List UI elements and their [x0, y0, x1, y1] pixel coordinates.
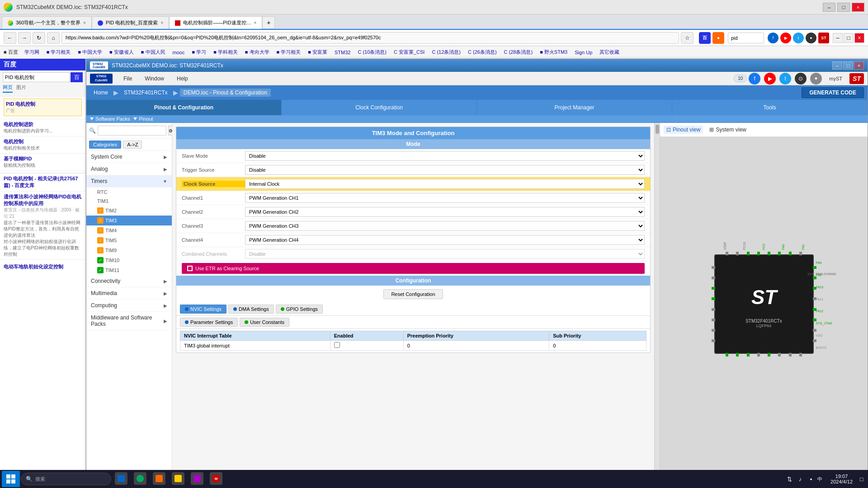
tab-pinout-config[interactable]: Pinout & Configuration	[86, 100, 282, 115]
sidebar-item-middleware[interactable]: Middleware and Software Packs ▶	[86, 312, 172, 330]
reset-configuration-button[interactable]: Reset Configuration	[383, 289, 443, 299]
sidebar-sub-tim9[interactable]: ! TIM9	[86, 245, 172, 255]
sidebar-sub-tim10[interactable]: ✓ TIM10	[86, 255, 172, 265]
bookmark-3[interactable]: ■ 安徽省人	[107, 48, 137, 56]
bookmark-17[interactable]: ■ 野火STM3	[537, 48, 570, 56]
filter-categories-button[interactable]: Categories	[89, 141, 121, 149]
sidebar-sub-tim11[interactable]: ✓ TIM11	[86, 265, 172, 275]
baidu-search-input[interactable]	[3, 72, 70, 82]
bookmark-14[interactable]: C (12条消息)	[429, 48, 463, 56]
bookmark-15[interactable]: C (26条消息)	[465, 48, 500, 56]
nvic-settings-tab[interactable]: NVIC Settings	[180, 305, 226, 314]
bookmark-13[interactable]: C 安富莱_CSI	[391, 48, 427, 56]
bookmark-8[interactable]: ■ 考向大学	[242, 48, 272, 56]
taskbar-volume-icon[interactable]: ♪	[796, 474, 805, 483]
taskbar-app-1[interactable]	[131, 471, 149, 487]
my-st-button[interactable]: myST	[824, 74, 848, 83]
refresh-button[interactable]: ↻	[33, 32, 45, 44]
home-button[interactable]: ⌂	[47, 32, 60, 44]
baidu-result-paper-title[interactable]: 遗传算法和小波神经网络PID在电机控制系统中的应用	[4, 193, 82, 207]
channel1-select[interactable]: PWM Generation CH1	[245, 193, 645, 203]
baidu-extension[interactable]: 百	[699, 32, 711, 44]
pinout-button[interactable]: Pinout	[133, 116, 153, 122]
tab-2-close[interactable]: ×	[254, 20, 257, 25]
channel2-select[interactable]: PWM Generation CH2	[245, 207, 645, 217]
taskbar-app-5[interactable]: M	[207, 471, 225, 487]
bookmark-7[interactable]: ■ 学科相关	[211, 48, 241, 56]
baidu-tab-web[interactable]: 网页	[3, 84, 13, 93]
scroll-bar[interactable]	[654, 123, 660, 488]
generate-code-button[interactable]: GENERATE CODE	[802, 87, 864, 98]
tab-project-manager[interactable]: Project Manager	[477, 100, 672, 115]
ext-2[interactable]: ●	[712, 32, 724, 44]
bookmark-18[interactable]: Sign Up	[572, 49, 595, 56]
gpio-settings-tab[interactable]: GPIO Settings	[276, 305, 323, 314]
scroll-thumb[interactable]	[656, 125, 659, 134]
bookmark-10[interactable]: ■ 安富莱	[305, 48, 330, 56]
trigger-source-select[interactable]: Disable	[245, 165, 645, 175]
minimize-button[interactable]: –	[823, 3, 835, 12]
menu-file[interactable]: File	[118, 74, 137, 84]
forward-button[interactable]: →	[18, 32, 31, 44]
bookmark-0[interactable]: 学习网	[22, 48, 42, 56]
baidu-result-2-title[interactable]: 电机控制	[4, 138, 82, 145]
sidebar-sub-tim4[interactable]: ! TIM4	[86, 225, 172, 235]
system-view-tab[interactable]: ⊞ System view	[707, 126, 749, 134]
bookmark-2[interactable]: ■ 中国大学	[75, 48, 105, 56]
search-input-nav[interactable]	[728, 33, 764, 43]
baidu-tab-image[interactable]: 图片	[16, 84, 26, 93]
taskbar-app-4[interactable]	[188, 471, 206, 487]
etr-checkbox[interactable]	[187, 266, 193, 271]
start-button[interactable]	[2, 471, 20, 487]
pinout-view-tab[interactable]: ⊡ Pinout view	[664, 126, 703, 134]
channel3-select[interactable]: PWM Generation CH3	[245, 221, 645, 231]
taskbar-app-2[interactable]	[150, 471, 168, 487]
tab-1-close[interactable]: ×	[160, 20, 163, 25]
tab-0[interactable]: 360导航-一个主页，整个世界 ×	[2, 16, 92, 29]
tab-tools[interactable]: Tools	[672, 100, 868, 115]
cubemx-maximize[interactable]: □	[843, 61, 853, 70]
filter-az-button[interactable]: A->Z	[123, 141, 142, 149]
youtube-icon[interactable]: ▶	[764, 73, 776, 84]
baidu-result-1-title[interactable]: 电机控制进阶	[4, 121, 82, 128]
baidu-search-button[interactable]: 百	[71, 72, 83, 82]
taskbar-notification-icon[interactable]: □	[857, 474, 866, 483]
software-packs-button[interactable]: Software Packs	[90, 116, 130, 122]
youtube-nav-icon[interactable]: ▶	[780, 33, 791, 43]
sidebar-sub-tim2[interactable]: ! TIM2	[86, 206, 172, 216]
breadcrumb-home[interactable]: Home	[90, 89, 112, 97]
facebook-icon[interactable]: f	[749, 73, 760, 84]
cubemx-minimize[interactable]: –	[832, 61, 842, 70]
github-nav-icon[interactable]: ●	[806, 33, 816, 43]
taskbar-network-icon[interactable]: ⇅	[785, 474, 794, 483]
back-button[interactable]: ←	[4, 32, 16, 44]
sidebar-sub-tim5[interactable]: ! TIM5	[86, 235, 172, 245]
baidu-ad-0-title[interactable]: PID 电机控制	[6, 101, 80, 108]
bookmark-12[interactable]: C (10条消息)	[355, 48, 389, 56]
taskbar-battery-icon[interactable]: ▪	[807, 474, 816, 483]
tab-clock-config[interactable]: Clock Configuration	[282, 100, 477, 115]
taskbar-app-0[interactable]	[112, 471, 130, 487]
st-logo-button[interactable]: ST	[849, 73, 864, 84]
bookmark-11[interactable]: STM32	[332, 49, 353, 56]
breadcrumb-config[interactable]: DEMO.ioc - Pinout & Configuration	[180, 89, 271, 97]
sidebar-item-connectivity[interactable]: Connectivity ▶	[86, 275, 172, 287]
chrome-close[interactable]: ×	[854, 33, 864, 43]
facebook-nav-icon[interactable]: f	[768, 33, 778, 43]
tab-0-close[interactable]: ×	[83, 20, 86, 25]
taskbar-clock[interactable]: 19:07 2024/4/12	[827, 474, 856, 484]
tab-1[interactable]: PID 电机控制_百度搜索 ×	[92, 16, 169, 29]
close-button[interactable]: ×	[852, 3, 864, 12]
slave-mode-select[interactable]: Disable	[245, 151, 645, 161]
cubemx-close[interactable]: ×	[854, 61, 864, 70]
baidu-result-electric[interactable]: 电动车地轨初始化设定控制	[0, 262, 85, 272]
user-constants-tab[interactable]: User Constants	[240, 318, 289, 327]
taskbar-search-box[interactable]: 🔍 搜索	[21, 473, 111, 485]
menu-help[interactable]: Help	[171, 74, 193, 84]
channel4-select[interactable]: PWM Generation CH4	[245, 235, 645, 245]
bookmark-1[interactable]: ■ 学习相关	[44, 48, 74, 56]
bookmark-9[interactable]: ■ 学习相关	[274, 48, 304, 56]
breadcrumb-chip[interactable]: STM32F401RCTx	[120, 89, 171, 97]
address-bar[interactable]	[61, 32, 679, 44]
menu-window[interactable]: Window	[139, 74, 170, 84]
